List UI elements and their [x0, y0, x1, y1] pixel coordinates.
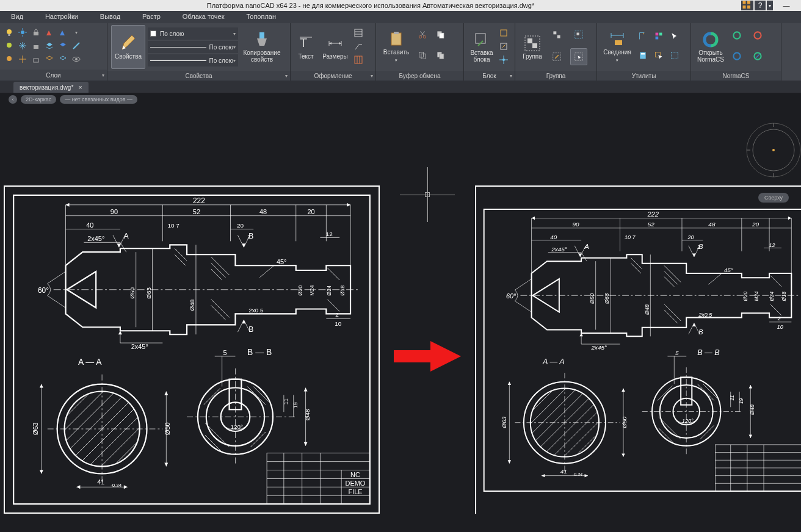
- normacs-d-icon[interactable]: [750, 48, 766, 64]
- copy2-icon[interactable]: [433, 48, 448, 63]
- layer-unlock2-icon[interactable]: [31, 54, 42, 65]
- layer-layers2-icon[interactable]: [57, 40, 68, 51]
- normacs-a-icon[interactable]: [729, 27, 745, 43]
- paste-button[interactable]: Вставить▾: [380, 25, 413, 69]
- visual-style-pill[interactable]: 2D-каркас: [21, 95, 56, 104]
- svg-text:Ø20: Ø20: [297, 286, 303, 296]
- help-dropdown-icon[interactable]: ▾: [767, 1, 773, 10]
- dropper-icon[interactable]: [652, 28, 665, 44]
- layer-layers-icon[interactable]: [44, 40, 55, 51]
- text-button[interactable]: T Текст: [294, 25, 317, 69]
- info-button[interactable]: Сведения▾: [601, 25, 634, 69]
- group-edit-icon[interactable]: [548, 48, 565, 65]
- copy-properties-button[interactable]: Копирование свойств: [241, 25, 283, 69]
- normacs-icon: [702, 31, 719, 48]
- group-cursor-icon[interactable]: [570, 48, 587, 65]
- select-cursor-icon[interactable]: [668, 28, 681, 44]
- linked-views-pill[interactable]: — нет связанных видов —: [60, 95, 137, 104]
- svg-line-275: [526, 384, 604, 461]
- menu-view[interactable]: Вид: [0, 11, 34, 23]
- layer-bulb2-icon[interactable]: [4, 40, 15, 51]
- normacs-b-icon[interactable]: [750, 27, 766, 43]
- cut-icon[interactable]: [415, 27, 430, 42]
- drawing-canvas[interactable]: Сверху 222 90 52: [0, 106, 801, 532]
- svg-text:B: B: [248, 232, 253, 240]
- svg-line-306: [658, 386, 672, 400]
- group-button[interactable]: Группа: [519, 25, 546, 69]
- panel-normacs: Открыть NormaCS NormaCS: [691, 23, 781, 81]
- quickselect-icon[interactable]: [652, 48, 665, 63]
- selectall-icon[interactable]: [668, 48, 681, 63]
- layer-layers3-icon[interactable]: [44, 54, 55, 65]
- lineweight-bylayer[interactable]: По слою▾: [148, 54, 238, 66]
- copy-basepoint-icon[interactable]: [433, 27, 448, 42]
- help-icon[interactable]: ?: [755, 1, 766, 10]
- minimize-button[interactable]: —: [774, 1, 799, 10]
- info-bar: ‹ 2D-каркас — нет связанных видов —: [0, 93, 801, 106]
- ungroup-icon[interactable]: [548, 26, 565, 43]
- panel-properties-title[interactable]: Свойства▾: [107, 71, 290, 81]
- layer-snow-icon[interactable]: [17, 40, 28, 51]
- block-create-icon[interactable]: [498, 27, 509, 38]
- svg-text:Ø20: Ø20: [743, 292, 748, 302]
- copy-icon[interactable]: [415, 48, 430, 63]
- normacs-c-icon[interactable]: [729, 48, 745, 64]
- svg-text:45°: 45°: [277, 258, 287, 265]
- menu-pointclouds[interactable]: Облака точек: [172, 11, 236, 23]
- svg-text:40: 40: [550, 234, 557, 240]
- layer-lock-icon[interactable]: [31, 27, 42, 38]
- insert-block-button[interactable]: Вставка блока: [468, 25, 496, 69]
- layer-unlock-icon[interactable]: [31, 40, 42, 51]
- panel-block-title[interactable]: Блок▾: [464, 71, 515, 81]
- grid-icon[interactable]: [741, 1, 753, 10]
- panel-design-title[interactable]: Оформление▾: [291, 71, 375, 81]
- info-prev-button[interactable]: ‹: [9, 95, 17, 104]
- table-icon[interactable]: [353, 27, 364, 38]
- grid-table-icon[interactable]: [353, 54, 364, 65]
- svg-line-251: [631, 258, 642, 269]
- panel-layers: ▾ Слои▾: [0, 23, 107, 81]
- layer-aux-icon[interactable]: [71, 40, 82, 51]
- leader-icon[interactable]: [353, 41, 364, 52]
- svg-point-39: [423, 35, 426, 38]
- layer-snow2-icon[interactable]: [17, 54, 28, 65]
- measure-dist-icon[interactable]: [636, 28, 650, 44]
- layer-bulb3-icon[interactable]: [4, 54, 15, 65]
- svg-line-258: [770, 276, 781, 287]
- close-icon[interactable]: ×: [78, 84, 82, 91]
- svg-text:19: 19: [739, 398, 744, 404]
- layer-red-icon[interactable]: [44, 27, 55, 38]
- svg-point-18: [7, 56, 12, 61]
- layer-bulb-icon[interactable]: [4, 27, 15, 38]
- svg-text:2: 2: [335, 311, 339, 318]
- svg-rect-0: [743, 1, 746, 4]
- color-bylayer[interactable]: По слою▾: [148, 27, 238, 40]
- block-basepoint-icon[interactable]: [498, 54, 509, 65]
- linetype-bylayer[interactable]: По слою▾: [148, 41, 238, 53]
- layer-blue-icon[interactable]: [57, 27, 68, 38]
- open-normacs-button[interactable]: Открыть NormaCS: [695, 25, 727, 69]
- layer-layers4-icon[interactable]: [57, 54, 68, 65]
- svg-text:Ø50: Ø50: [589, 293, 595, 304]
- menu-raster[interactable]: Растр: [131, 11, 172, 23]
- menu-output[interactable]: Вывод: [89, 11, 131, 23]
- menu-settings[interactable]: Настройки: [34, 11, 89, 23]
- dimensions-button[interactable]: Размеры: [320, 25, 350, 69]
- svg-text:NC: NC: [350, 471, 360, 478]
- svg-text:B — B: B — B: [247, 347, 272, 357]
- svg-line-160: [96, 423, 144, 471]
- panel-layers-title[interactable]: Слои▾: [0, 70, 107, 81]
- svg-text:Ø24: Ø24: [326, 286, 332, 296]
- properties-button[interactable]: Свойства: [111, 25, 145, 69]
- layer-sun-icon[interactable]: [17, 27, 28, 38]
- menu-topoplan[interactable]: Топоплан: [235, 11, 287, 23]
- layer-eye-icon[interactable]: [71, 54, 82, 65]
- group-select-icon[interactable]: [570, 26, 587, 43]
- calc-icon[interactable]: [636, 48, 650, 63]
- block-edit-icon[interactable]: [498, 41, 509, 52]
- svg-line-126: [259, 265, 274, 278]
- svg-text:FILE: FILE: [348, 488, 362, 495]
- doc-tab-active[interactable]: векторизация.dwg* ×: [13, 82, 89, 93]
- panel-normacs-title: NormaCS: [691, 71, 781, 81]
- layer-dropdown-icon[interactable]: ▾: [71, 27, 82, 38]
